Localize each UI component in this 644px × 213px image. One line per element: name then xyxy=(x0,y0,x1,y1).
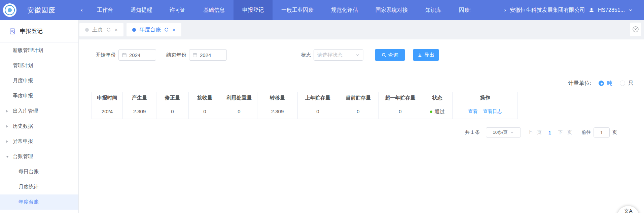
view-log-link[interactable]: 查看日志 xyxy=(483,109,502,114)
sidebar-item-label: 历史数据 xyxy=(13,123,33,129)
sidebar-title: 申报登记 xyxy=(20,27,43,35)
cell-actions: 查看 查看日志 xyxy=(453,104,518,119)
tab-dot xyxy=(132,28,136,32)
nav-item-declaration[interactable]: 申报登记 xyxy=(234,0,273,20)
nav-item-basic-info[interactable]: 基础信息 xyxy=(194,0,234,20)
goto-page-input[interactable] xyxy=(594,127,610,138)
tab-annual-ledger[interactable]: 年度台账 × xyxy=(127,23,181,36)
app-title: 安徽固废 xyxy=(27,6,56,15)
sidebar-item-label: 台账管理 xyxy=(13,153,33,160)
sidebar-item-management-plan[interactable]: 管理计划 xyxy=(0,58,78,73)
status-dot-icon xyxy=(430,111,432,113)
sidebar-item-label: 异常申报 xyxy=(13,138,33,145)
nav-item-notifications[interactable]: 通知提醒 xyxy=(122,0,161,20)
company-name: 安徽恒生科技发展集团有限公司 xyxy=(510,7,585,14)
radio-unit-ton[interactable]: 吨 xyxy=(599,80,612,87)
radio-icon xyxy=(620,81,625,86)
refresh-icon[interactable] xyxy=(106,27,111,32)
col-received: 接收量 xyxy=(189,92,221,104)
view-link[interactable]: 查看 xyxy=(468,109,477,114)
unit-switch: 计量单位: 吨 只 xyxy=(568,78,634,89)
export-button-label: 导出 xyxy=(424,52,434,58)
main-nav: 工作台 通知提醒 许可证 基础信息 申报登记 一般工业固废 规范化评估 国家系统… xyxy=(88,0,470,20)
radio-unit-piece[interactable]: 只 xyxy=(620,80,634,87)
table-row: 2024 2.309 0 0 0 2.309 0 0 0 通过 查看 查看日志 xyxy=(92,104,518,119)
nav-item-knowledge-base[interactable]: 知识库 xyxy=(417,0,450,20)
cell-utilized-disposed: 0 xyxy=(221,104,257,119)
end-year-label: 结束年份 xyxy=(166,52,186,58)
close-all-tabs-button[interactable] xyxy=(630,23,641,36)
brand-area: 安徽固废 xyxy=(0,0,79,20)
search-button[interactable]: 查询 xyxy=(375,49,405,61)
calendar-icon xyxy=(122,53,127,58)
tab-strip: 主页 × 年度台账 × xyxy=(79,20,644,39)
close-icon[interactable]: × xyxy=(114,27,118,33)
sidebar-item-ledger-management[interactable]: 台账管理 xyxy=(0,149,78,164)
start-year-input[interactable] xyxy=(129,52,153,58)
sidebar-item-monthly-declaration[interactable]: 月度申报 xyxy=(0,73,78,88)
sidebar-item-new-management-plan[interactable]: 新版管理计划 xyxy=(0,43,78,58)
start-year-field[interactable] xyxy=(118,49,156,61)
nav-item-permit[interactable]: 许可证 xyxy=(161,0,194,20)
search-button-label: 查询 xyxy=(388,52,398,58)
page-size-select[interactable]: 10条/页 xyxy=(486,127,521,138)
download-icon xyxy=(418,53,422,57)
status-badge: 通过 xyxy=(435,109,445,115)
search-icon xyxy=(382,53,386,57)
nav-item-general-industrial-waste[interactable]: 一般工业固废 xyxy=(273,0,322,20)
sidebar-item-monthly-stats[interactable]: 月度统计 xyxy=(0,179,78,194)
end-year-field[interactable] xyxy=(189,49,227,61)
annual-ledger-table: 申报时间 产生量 修正量 接收量 利用处置量 转移量 上年贮存量 当前贮存量 超… xyxy=(92,92,518,119)
sidebar-item-quarterly-declaration[interactable]: 季度申报 xyxy=(0,88,78,103)
radio-label: 吨 xyxy=(607,80,612,87)
sidebar-item-daily-ledger[interactable]: 每日台账 xyxy=(0,164,78,179)
sidebar-item-label: 出入库管理 xyxy=(13,108,38,114)
nav-item-national-system[interactable]: 国家系统对接 xyxy=(367,0,417,20)
nav-item-standardization-assessment[interactable]: 规范化评估 xyxy=(322,0,367,20)
calendar-icon xyxy=(192,53,198,58)
next-page-button[interactable]: 下一页 xyxy=(558,129,572,135)
status-placeholder: 请选择状态 xyxy=(317,52,343,58)
status-select[interactable]: 请选择状态 xyxy=(314,49,363,61)
nav-item-workbench[interactable]: 工作台 xyxy=(88,0,122,20)
col-declare-time: 申报时间 xyxy=(92,92,123,104)
nav-more-icon[interactable]: › xyxy=(504,7,506,13)
sidebar-header: 申报登记 xyxy=(0,20,78,42)
sidebar-collapse-icon[interactable]: ‹ xyxy=(81,0,83,20)
chevron-right-icon xyxy=(6,110,8,113)
user-chevron-down-icon[interactable] xyxy=(629,8,633,12)
sidebar-item-abnormal-declaration[interactable]: 异常申报 xyxy=(0,134,78,149)
user-area[interactable]: › 安徽恒生科技发展集团有限公司 HS72851... xyxy=(504,0,633,20)
chevron-right-icon xyxy=(6,125,8,128)
sidebar-item-annual-ledger[interactable]: 年度台账 xyxy=(0,194,78,210)
col-last-year-storage: 上年贮存量 xyxy=(298,92,338,104)
prev-page-button[interactable]: 上一页 xyxy=(528,129,542,135)
refresh-icon[interactable] xyxy=(164,27,169,32)
table-header-row: 申报时间 产生量 修正量 接收量 利用处置量 转移量 上年贮存量 当前贮存量 超… xyxy=(92,92,518,104)
cell-current-storage: 0 xyxy=(338,104,379,119)
col-over-one-year-storage: 超一年贮存量 xyxy=(379,92,422,104)
col-status: 状态 xyxy=(422,92,453,104)
export-button[interactable]: 导出 xyxy=(413,49,439,61)
current-page[interactable]: 1 xyxy=(548,130,551,135)
sidebar: 申报登记 新版管理计划 管理计划 月度申报 季度申报 出入库管理 历史数据 异常… xyxy=(0,20,79,213)
nav-item-waste-transfer[interactable]: 固废转 xyxy=(450,0,470,20)
chevron-down-icon xyxy=(356,53,360,57)
tab-label: 年度台账 xyxy=(139,26,161,33)
translate-widget-label: 文A xyxy=(624,208,632,213)
filter-bar: 开始年份 结束年份 状态 请选择状态 xyxy=(79,49,644,61)
sidebar-item-history-data[interactable]: 历史数据 xyxy=(0,119,78,134)
chevron-right-icon xyxy=(6,140,8,143)
cell-corrected: 0 xyxy=(156,104,189,119)
document-icon xyxy=(9,28,16,35)
chevron-down-icon xyxy=(510,131,514,134)
unit-label: 计量单位: xyxy=(568,80,591,87)
tab-label: 主页 xyxy=(92,26,103,33)
sidebar-menu: 新版管理计划 管理计划 月度申报 季度申报 出入库管理 历史数据 异常申报 台账… xyxy=(0,43,78,210)
sidebar-item-inout-warehouse[interactable]: 出入库管理 xyxy=(0,103,78,119)
close-icon[interactable]: × xyxy=(172,27,176,33)
cell-received: 0 xyxy=(189,104,221,119)
tab-home[interactable]: 主页 × xyxy=(79,23,123,36)
col-actions: 操作 xyxy=(453,92,518,104)
end-year-input[interactable] xyxy=(200,52,223,58)
